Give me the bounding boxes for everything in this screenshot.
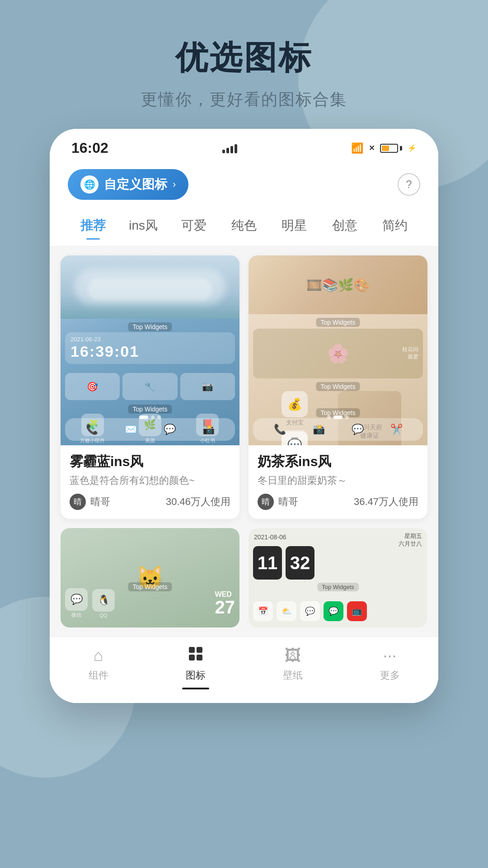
time-app-3: 💬 [300, 601, 320, 621]
nav-icon-wallpaper: 🖼 [285, 646, 301, 665]
blue-usage-count: 30.46万人使用 [166, 495, 230, 509]
signal-bar-4 [235, 144, 237, 153]
cat-icons-row: 💬 微信 🐧 QQ WED 27 [65, 588, 235, 618]
svg-rect-0 [189, 647, 195, 653]
nav-label-icons: 图标 [186, 669, 206, 682]
cat-app-1: 💬 微信 [65, 588, 88, 618]
lunar-date: 六月廿八 [399, 540, 422, 548]
cat-wed: WED 27 [215, 591, 235, 616]
blue-theme-meta: 晴 晴哥 30.46万人使用 [70, 494, 230, 510]
cream-author-name: 晴哥 [278, 495, 298, 509]
digit-hour: 11 [253, 546, 282, 580]
blue-dock: 📞 ✉️ 💬 📸 [65, 418, 235, 441]
blue-author-name: 晴哥 [90, 495, 110, 509]
cream-top-collage: 🎞️📚🌿🎨 [249, 255, 427, 314]
bottom-card-time[interactable]: 2021-08-06 星期五 六月廿八 11 32 Top Widgets [249, 528, 427, 627]
page-subtitle: 更懂你，更好看的图标合集 [0, 89, 488, 111]
svg-rect-1 [197, 647, 202, 653]
bottom-partial-grid: 🐱 Top Widgets 💬 微信 🐧 QQ [61, 528, 427, 627]
nav-label-widgets: 组件 [89, 669, 108, 682]
cream-theme-name: 奶茶系ins风 [258, 453, 418, 471]
time-widget-label: Top Widgets [317, 583, 359, 591]
blue-theme-info: 雾霾蓝ins风 蓝色是符合所有幻想的颜色~ 晴 晴哥 30.46万人使用 [61, 445, 239, 519]
battery-icon [380, 144, 402, 153]
nav-icon-widgets: ⌂ [94, 646, 103, 665]
content-area: 👑 盐系 零霾蓝 Top Widgets 2021-06-23 [50, 246, 438, 637]
cat-app-2: 🐧 QQ [92, 589, 115, 618]
svg-rect-2 [189, 655, 195, 660]
cloud-2 [88, 278, 212, 301]
nav-label-more: 更多 [380, 669, 400, 682]
mid-widget-row: 🎯 🔧 📷 [65, 373, 235, 400]
phone-mockup: 16:02 📶 ✕ ⚡ 🌐 自定义图标 › ? [50, 129, 438, 703]
wifi-icon: 📶 [351, 142, 363, 154]
help-button[interactable]: ? [398, 173, 420, 196]
time-app-4: 💬 [324, 601, 343, 621]
time-date-label: 2021-08-06 [254, 533, 286, 541]
cat-preview: 🐱 Top Widgets 💬 微信 🐧 QQ [61, 528, 239, 627]
nav-item-widgets[interactable]: ⌂ 组件 [50, 646, 147, 689]
cream-usage-count: 36.47万人使用 [354, 495, 418, 509]
blue-author-avatar: 晴 [70, 494, 86, 510]
time-app-2: ⛅ [277, 601, 296, 621]
signal-bar-1 [222, 150, 225, 153]
cream-theme-desc: 冬日里的甜栗奶茶～ [258, 474, 418, 487]
status-icons: 📶 ✕ ⚡ [351, 142, 417, 154]
nav-label-wallpaper: 壁纸 [283, 669, 303, 682]
blue-theme-desc: 蓝色是符合所有幻想的颜色~ [70, 474, 230, 487]
time-icons-row: 📅 ⛅ 💬 💬 📺 [253, 601, 423, 621]
svg-rect-3 [197, 655, 202, 660]
battery-tip [400, 146, 402, 151]
digit-min: 32 [286, 546, 314, 580]
nav-icon-icons [188, 646, 203, 665]
page-title: 优选图标 [0, 36, 488, 80]
tab-ins[interactable]: ins风 [118, 212, 168, 239]
tab-simple[interactable]: 简约 [370, 212, 420, 239]
nav-item-more[interactable]: ··· 更多 [341, 646, 438, 689]
time-day-info: 星期五 六月廿八 [399, 533, 422, 548]
custom-icon-button[interactable]: 🌐 自定义图标 › [68, 169, 188, 200]
tab-creative[interactable]: 创意 [319, 212, 370, 239]
cream-theme-meta: 晴 晴哥 36.47万人使用 [258, 494, 418, 510]
nav-icon-more: ··· [383, 646, 396, 665]
theme-card-cream[interactable]: 🎞️📚🌿🎨 Top Widgets 🌸 枝花间最爱 Top Widgets [249, 255, 427, 519]
clock-area: 2021-06-23 16:39:01 [65, 332, 235, 364]
time-preview: 2021-08-06 星期五 六月廿八 11 32 Top Widgets [249, 528, 427, 627]
battery-bolt-icon: ⚡ [408, 144, 417, 152]
custom-icon-btn-text: 自定义图标 [104, 176, 167, 193]
widget-icon-2: 🔧 [122, 373, 177, 400]
signal-bar-3 [230, 146, 233, 153]
nav-item-icons[interactable]: 图标 [147, 646, 244, 689]
theme-grid: 👑 盐系 零霾蓝 Top Widgets 2021-06-23 [61, 255, 427, 519]
nav-active-indicator [182, 688, 209, 689]
help-icon: ? [406, 178, 412, 191]
signal-bars [222, 143, 237, 153]
theme-card-blue[interactable]: 👑 盐系 零霾蓝 Top Widgets 2021-06-23 [61, 255, 239, 519]
cream-author-avatar: 晴 [258, 494, 274, 510]
tab-star[interactable]: 明星 [269, 212, 319, 239]
status-time: 16:02 [71, 140, 108, 156]
signal-bar-2 [226, 148, 229, 153]
time-app-5: 📺 [347, 601, 367, 621]
nav-item-wallpaper[interactable]: 🖼 壁纸 [244, 646, 341, 689]
custom-icon-btn-icon: 🌐 [80, 175, 99, 193]
widget-label-cream-1: Top Widgets [316, 318, 360, 327]
tab-cute[interactable]: 可爱 [169, 212, 219, 239]
widget-icon-3: 📷 [180, 373, 235, 400]
tab-recommend[interactable]: 推荐 [68, 212, 118, 239]
bottom-card-cat[interactable]: 🐱 Top Widgets 💬 微信 🐧 QQ [61, 528, 239, 627]
widget-label-cream-2: Top Widgets [316, 382, 360, 391]
cross-icon: ✕ [369, 144, 375, 152]
bottom-nav: ⌂ 组件 图标 🖼 壁纸 ··· 更多 [50, 637, 438, 703]
battery-body [380, 144, 398, 153]
custom-icon-bar: 🌐 自定义图标 › ? [50, 164, 438, 205]
tab-plain[interactable]: 纯色 [219, 212, 269, 239]
day-of-week: 星期五 [399, 533, 422, 540]
category-tabs: 推荐 ins风 可爱 纯色 明星 创意 简约 [50, 205, 438, 246]
cream-dock: 📞 📸 💬 ✂️ [253, 418, 423, 441]
widget-label-1: Top Widgets [128, 322, 172, 331]
battery-fill [382, 146, 389, 151]
theme-preview-blue: 👑 盐系 零霾蓝 Top Widgets 2021-06-23 [61, 255, 239, 445]
custom-icon-btn-arrow: › [173, 179, 176, 190]
widget-label-2: Top Widgets [128, 405, 172, 414]
